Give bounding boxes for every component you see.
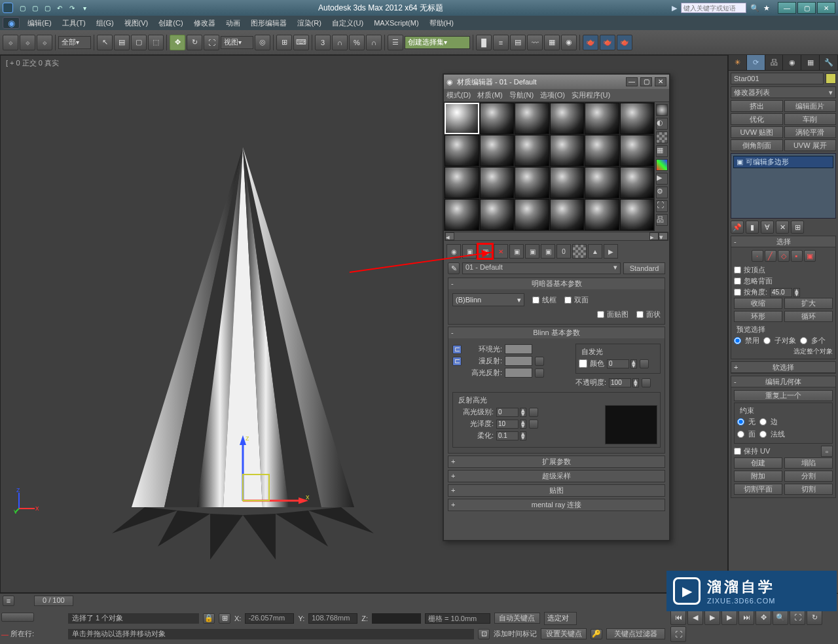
material-slot[interactable] xyxy=(620,135,655,166)
time-slider-thumb[interactable]: 0 / 100 xyxy=(34,596,73,606)
material-slot[interactable] xyxy=(445,199,479,230)
specular-map-btn[interactable] xyxy=(535,368,544,378)
keyboard-shortcut-icon[interactable]: ⌨ xyxy=(293,35,309,50)
spn-angle[interactable] xyxy=(770,288,792,297)
mat-menu-options[interactable]: 选项(O) xyxy=(540,90,565,100)
maximize-vp-icon[interactable]: ⛶ xyxy=(670,626,686,642)
select-rotate-icon[interactable]: ↻ xyxy=(187,35,202,50)
play-prev-icon[interactable]: ◀ xyxy=(687,609,703,625)
close-button[interactable]: ✕ xyxy=(817,2,835,14)
btn-sliceplane[interactable]: 切割平面 xyxy=(734,484,782,495)
go-parent-icon[interactable]: ▲ xyxy=(588,244,602,259)
btn-uvwunwrap[interactable]: UVW 展开 xyxy=(784,139,837,151)
autokey-button[interactable]: 自动关键点 xyxy=(494,613,540,624)
material-map-nav-icon[interactable]: 品 xyxy=(656,214,668,226)
make-preview-icon[interactable]: ▶ xyxy=(656,173,668,185)
chk-ignorebackface[interactable] xyxy=(734,277,741,285)
mat-menu-mode[interactable]: 模式(D) xyxy=(446,90,471,100)
btn-ring[interactable]: 环形 xyxy=(734,311,782,322)
menu-group[interactable]: 组(G) xyxy=(91,16,119,29)
btn-bevelprofile[interactable]: 倒角剖面 xyxy=(731,139,783,151)
rollout-maps-header[interactable]: 贴图 xyxy=(448,485,665,496)
object-color-swatch[interactable] xyxy=(826,73,836,84)
rollout-softsel-header[interactable]: 软选择 xyxy=(731,362,835,373)
btn-repeat[interactable]: 重复上一个 xyxy=(734,390,833,401)
make-copy-icon[interactable]: ▣ xyxy=(509,244,524,259)
make-unique-icon[interactable]: ▣ xyxy=(525,244,539,259)
specular-color-swatch[interactable] xyxy=(505,368,532,378)
pivot-icon[interactable]: ◎ xyxy=(255,35,270,50)
rollout-selection-header[interactable]: 选择 xyxy=(731,236,835,247)
material-slot[interactable] xyxy=(515,167,549,198)
rollout-shader-header[interactable]: 明暗器基本参数 xyxy=(448,278,665,289)
select-by-material-icon[interactable]: ⛶ xyxy=(656,200,668,212)
si-map-btn[interactable] xyxy=(640,359,649,368)
spn-soften[interactable] xyxy=(496,431,519,440)
keymode-select[interactable]: 选定对 xyxy=(544,612,577,625)
btn-editpatch[interactable]: 编辑面片 xyxy=(784,100,837,112)
video-color-icon[interactable] xyxy=(656,159,668,171)
material-slot[interactable] xyxy=(585,167,619,198)
options-icon[interactable]: ⚙ xyxy=(656,187,668,198)
curve-editor-icon[interactable]: 〰 xyxy=(527,35,543,50)
render-frame-icon[interactable]: 🫖 xyxy=(600,35,615,50)
btn-attach[interactable]: 附加 xyxy=(734,471,782,482)
modifier-stack[interactable]: ▣可编辑多边形 xyxy=(731,153,836,219)
coord-x[interactable]: -26.057mm xyxy=(245,613,294,624)
stack-config-icon[interactable]: ⊞ xyxy=(791,221,804,234)
material-slot[interactable] xyxy=(550,135,585,166)
play-start-icon[interactable]: ⏮ xyxy=(670,609,686,625)
speclevel-map-btn[interactable] xyxy=(529,408,538,417)
put-to-scene-icon[interactable]: ▣ xyxy=(462,244,477,259)
material-type-button[interactable]: Standard xyxy=(623,262,665,274)
btn-uvwmap[interactable]: UVW 贴图 xyxy=(731,126,783,138)
material-slot[interactable] xyxy=(480,167,515,198)
ambient-color-swatch[interactable] xyxy=(505,344,532,354)
abs-rel-icon[interactable]: ⊞ xyxy=(219,613,230,624)
menu-rendering[interactable]: 渲染(R) xyxy=(292,16,327,29)
play-end-icon[interactable]: ⏭ xyxy=(738,609,754,625)
snap-toggle-icon[interactable]: 3 xyxy=(315,35,331,50)
btn-extrude[interactable]: 挤出 xyxy=(731,100,783,112)
mat-menu-util[interactable]: 实用程序(U) xyxy=(572,90,610,100)
rollout-editgeo-header[interactable]: 编辑几何体 xyxy=(731,376,835,387)
backlight-icon[interactable]: ◐ xyxy=(656,118,668,130)
chk-keepuv[interactable] xyxy=(734,448,741,455)
material-slot[interactable] xyxy=(480,135,515,166)
stack-show-icon[interactable]: ▮ xyxy=(746,221,759,234)
material-scrollbar[interactable]: ◂▸▾ xyxy=(445,232,668,241)
opacity-map-btn[interactable] xyxy=(642,378,651,387)
chk-byvertex[interactable] xyxy=(734,266,741,274)
assign-to-selection-icon[interactable]: ▣ xyxy=(478,244,492,259)
pan-icon[interactable]: ✥ xyxy=(756,609,771,625)
menu-customize[interactable]: 自定义(U) xyxy=(327,16,369,29)
get-material-icon[interactable]: ◉ xyxy=(446,244,461,259)
app-menu-icon[interactable]: ◉ xyxy=(3,17,20,29)
align-icon[interactable]: ≡ xyxy=(493,35,509,50)
qat-new-icon[interactable]: ▢ xyxy=(17,3,27,13)
material-slot[interactable] xyxy=(515,135,549,166)
minimize-button[interactable]: — xyxy=(778,2,796,14)
shader-select[interactable]: (B)Blinn ▾ xyxy=(452,293,524,306)
help-search-input[interactable] xyxy=(681,3,746,13)
rad-preview-multi[interactable] xyxy=(800,337,807,344)
render-icon[interactable]: 🫖 xyxy=(617,35,632,50)
stack-item-editable-poly[interactable]: ▣可编辑多边形 xyxy=(733,156,833,168)
stack-unique-icon[interactable]: ∀ xyxy=(761,221,774,234)
select-move-icon[interactable]: ✥ xyxy=(170,35,185,50)
rad-con-none[interactable] xyxy=(737,418,744,425)
show-end-result-icon[interactable] xyxy=(572,244,587,259)
material-slot[interactable] xyxy=(550,199,585,230)
angle-snap-icon[interactable]: ∩ xyxy=(332,35,348,50)
material-slot[interactable] xyxy=(445,135,479,166)
coord-y[interactable]: 108.768mm xyxy=(308,613,357,624)
material-slot[interactable] xyxy=(445,167,479,198)
mat-max-button[interactable]: ▢ xyxy=(640,77,652,86)
material-slot[interactable] xyxy=(480,199,515,230)
named-selection-set-select[interactable]: 创建选择集 ▾ xyxy=(405,36,470,49)
menu-grapheditors[interactable]: 图形编辑器 xyxy=(246,16,292,29)
subobj-element-icon[interactable]: ▣ xyxy=(804,250,816,262)
chk-byangle[interactable] xyxy=(734,289,741,296)
addtime-label[interactable]: 添加时间标记 xyxy=(494,629,537,639)
sample-type-icon[interactable] xyxy=(656,104,668,116)
